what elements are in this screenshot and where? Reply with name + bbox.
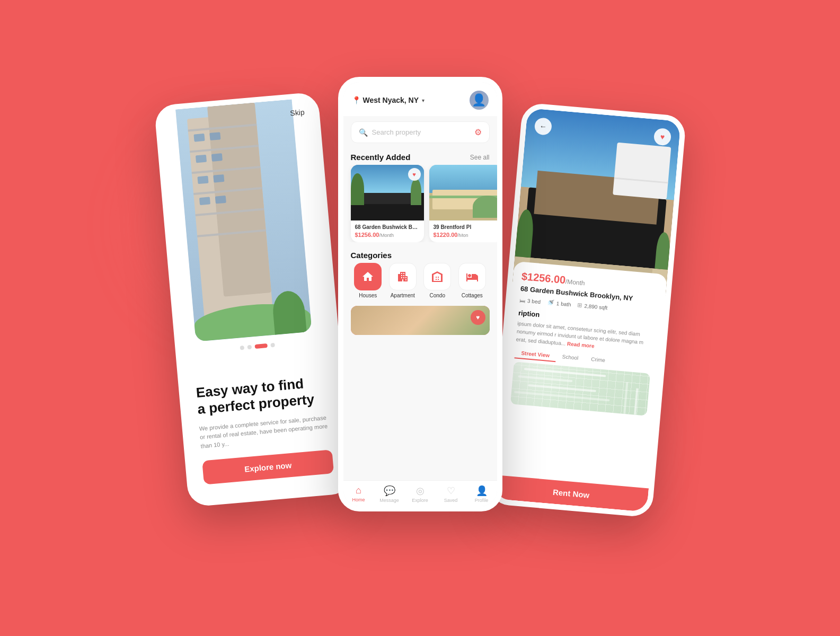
beds-spec: 🛏 3 bed (519, 297, 541, 305)
svg-rect-1 (438, 277, 439, 278)
location-pin-icon: 📍 (352, 96, 361, 104)
explore-nav-icon: ◎ (416, 485, 425, 497)
map-preview[interactable] (510, 361, 650, 416)
search-bar[interactable]: 🔍 Search property ⚙ (351, 121, 490, 143)
dot-2[interactable] (247, 345, 252, 350)
dot-3[interactable] (254, 343, 268, 349)
bath-icon: 🚿 (546, 299, 554, 306)
app-header: 📍 West Nyack, NY ▾ 👤 (343, 82, 497, 116)
nav-explore[interactable]: ◎ Explore (405, 485, 436, 503)
saved-nav-label: Saved (444, 498, 458, 503)
category-cottages[interactable]: Cottages (455, 263, 490, 298)
home-nav-label: Home (352, 497, 365, 502)
property-card-2[interactable]: 39 Brentford Pl $1220.00/Mon (429, 165, 497, 242)
recently-added-title: Recently Added (351, 153, 411, 162)
cottages-label: Cottages (462, 293, 483, 298)
chevron-down-icon: ▾ (422, 98, 425, 103)
houses-icon-box (354, 263, 382, 290)
saved-nav-icon: ♡ (447, 485, 455, 497)
nav-saved[interactable]: ♡ Saved (436, 485, 466, 503)
screens-container: Skip Easy way to find a perfect property… (182, 66, 659, 570)
sqft-spec: ⊞ 2,890 sqft (577, 302, 608, 311)
categories-title: Categories (351, 251, 392, 260)
nav-message[interactable]: 💬 Message (374, 485, 405, 503)
phone-left: Skip Easy way to find a perfect property… (154, 92, 352, 507)
phone-right: ← ♥ $1256.00/Month 68 Garden Bushwick Br… (488, 102, 686, 518)
home-nav-icon: ⌂ (356, 485, 361, 496)
map-heart-icon: ♥ (471, 310, 485, 325)
onboarding-content: Easy way to find a perfect property We p… (182, 362, 347, 501)
building-image (175, 99, 312, 341)
message-nav-label: Message (379, 498, 399, 503)
apartment-icon-box (389, 263, 417, 290)
explore-button[interactable]: Explore now (202, 449, 334, 484)
area-icon: ⊞ (577, 302, 582, 309)
bed-icon: 🛏 (519, 297, 525, 304)
property-image-2 (429, 165, 497, 220)
map-tab-crime[interactable]: Crime (584, 354, 612, 367)
svg-rect-2 (436, 279, 437, 280)
category-apartment[interactable]: Apartment (385, 263, 420, 298)
bottom-preview-strip: ♥ (351, 306, 490, 335)
profile-nav-label: Profile (475, 498, 489, 503)
dot-1[interactable] (240, 346, 244, 350)
filter-icon[interactable]: ⚙ (474, 127, 482, 137)
categories-section: Categories Houses Apartment (343, 242, 497, 303)
baths-spec: 🚿 1 bath (546, 299, 571, 308)
cottages-icon-box (458, 263, 486, 290)
map-tab-school[interactable]: School (555, 351, 585, 365)
search-icon: 🔍 (359, 128, 368, 137)
see-all-button[interactable]: See all (470, 154, 490, 161)
pagination-dots (240, 343, 275, 350)
property-cards-row: ♥ 68 Garden Bushwick Brooklyn, NY $1256.… (343, 165, 497, 242)
property-image-1: ♥ (351, 165, 424, 220)
house-icon (361, 270, 374, 283)
card1-info: 68 Garden Bushwick Brooklyn, NY $1256.00… (351, 220, 424, 242)
profile-nav-icon: 👤 (476, 485, 488, 497)
message-nav-icon: 💬 (384, 485, 395, 497)
card2-price: $1220.00/Mon (434, 232, 497, 238)
recently-added-header: Recently Added See all (343, 148, 497, 165)
categories-row: Houses Apartment Condo (343, 263, 497, 298)
explore-nav-label: Explore (412, 498, 428, 503)
onboarding-description: We provide a complete service for sale, … (199, 413, 331, 450)
dot-4[interactable] (270, 343, 275, 348)
condo-icon-box (423, 263, 451, 290)
nav-profile[interactable]: 👤 Profile (466, 485, 497, 503)
search-input[interactable]: Search property (372, 128, 470, 136)
bottom-nav: ⌂ Home 💬 Message ◎ Explore ♡ Saved 👤 (343, 480, 497, 506)
card1-favorite-button[interactable]: ♥ (408, 168, 421, 181)
detail-info-card: $1256.00/Month 68 Garden Bushwick Brookl… (493, 261, 667, 513)
svg-rect-3 (438, 279, 439, 280)
user-avatar[interactable]: 👤 (470, 91, 489, 110)
houses-label: Houses (359, 293, 377, 298)
category-condo[interactable]: Condo (420, 263, 455, 298)
apartment-icon (396, 270, 409, 283)
card2-info: 39 Brentford Pl $1220.00/Mon (429, 220, 497, 242)
map-tab-street-view[interactable]: Street View (514, 347, 556, 362)
property-card-1[interactable]: ♥ 68 Garden Bushwick Brooklyn, NY $1256.… (351, 165, 424, 242)
read-more-button[interactable]: Read more (567, 341, 594, 349)
skip-button[interactable]: Skip (289, 108, 305, 117)
location-selector[interactable]: 📍 West Nyack, NY ▾ (352, 96, 425, 104)
categories-header: Categories (343, 246, 497, 263)
phone-center: 📍 West Nyack, NY ▾ 👤 🔍 Search property ⚙… (338, 77, 502, 511)
svg-rect-0 (436, 277, 437, 278)
nav-home[interactable]: ⌂ Home (343, 485, 374, 503)
category-houses[interactable]: Houses (351, 263, 386, 298)
card1-price: $1256.00/Month (355, 232, 420, 238)
card2-address: 39 Brentford Pl (434, 224, 497, 230)
cottages-icon (466, 270, 479, 283)
condo-icon (431, 270, 444, 283)
apartment-label: Apartment (391, 293, 415, 298)
onboarding-title: Easy way to find a perfect property (195, 374, 328, 418)
location-text: West Nyack, NY (363, 96, 419, 104)
condo-label: Condo (430, 293, 445, 298)
card1-address: 68 Garden Bushwick Brooklyn, NY (355, 224, 420, 230)
